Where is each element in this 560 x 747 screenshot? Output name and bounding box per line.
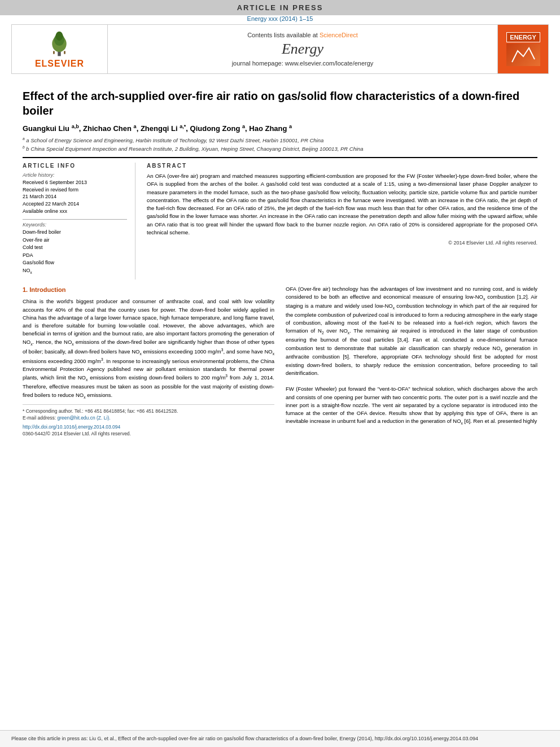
body-section: 1. Introduction China is the world's big… (23, 285, 537, 438)
revised-date: 21 March 2014 (23, 193, 127, 200)
accepted-date: Accepted 22 March 2014 (23, 200, 127, 208)
elsevier-label: ELSEVIER (35, 59, 84, 69)
article-info-label: ARTICLE INFO (23, 163, 127, 169)
intro-col2-text2: FW (Foster Wheeler) put forward the "ven… (286, 385, 537, 426)
body-col-left: 1. Introduction China is the world's big… (23, 285, 274, 438)
bottom-citation-bar: Please cite this article in press as: Li… (0, 730, 560, 747)
footnote-email: E-mail address: green@hit.edu.cn (Z. Li)… (23, 415, 274, 422)
banner-text: ARTICLE IN PRESS (237, 3, 323, 12)
divider-1 (23, 219, 127, 220)
page: ARTICLE IN PRESS Energy xxx (2014) 1–15 (0, 0, 560, 747)
kw-3: Cold test (23, 244, 127, 252)
affiliation-a: a a School of Energy Science and Enginee… (23, 136, 537, 144)
journal-ref: Energy xxx (2014) 1–15 (247, 15, 313, 22)
abstract-label: ABSTRACT (147, 163, 537, 169)
svg-rect-5 (64, 51, 66, 54)
contents-label: Contents lists available at (247, 32, 318, 38)
kw-4: PDA (23, 252, 127, 260)
two-col-body: 1. Introduction China is the world's big… (23, 285, 537, 438)
footnote-email-link[interactable]: green@hit.edu.cn (Z. Li). (57, 415, 110, 421)
received-date: Received 6 September 2013 (23, 179, 127, 186)
contents-line: Contents lists available at ScienceDirec… (247, 32, 358, 38)
journal-ref-line: Energy xxx (2014) 1–15 (0, 15, 560, 22)
affiliations: a a School of Energy Science and Enginee… (23, 136, 537, 152)
citation-text: Please cite this article in press as: Li… (11, 735, 549, 742)
body-col-right: OFA (Over-fire air) technology has the a… (286, 285, 537, 438)
kw-2: Over-fire air (23, 237, 127, 244)
energy-logo-icon (509, 45, 537, 65)
abstract-text: An OFA (over-fire air) program and match… (147, 172, 537, 237)
history-group: Article history: Received 6 September 20… (23, 172, 127, 215)
elsevier-logo-area: ELSEVIER (12, 25, 108, 73)
svg-point-3 (56, 32, 63, 41)
history-label: Article history: (23, 172, 127, 178)
journal-logo-right: ENERGY (497, 25, 548, 73)
footnote-doi: http://dx.doi.org/10.1016/j.energy.2014.… (23, 424, 274, 431)
journal-name: Energy (282, 41, 323, 58)
received-revised-label: Received in revised form (23, 186, 127, 194)
intro-col1-text: China is the world's biggest producer an… (23, 298, 274, 400)
journal-homepage: journal homepage: www.elsevier.com/locat… (232, 60, 374, 67)
affiliation-b: b b China Special Equipment Inspection a… (23, 145, 537, 152)
energy-logo-box: ENERGY (504, 30, 542, 68)
footnote-corresponding: * Corresponding author. Tel.: +86 451 86… (23, 408, 274, 415)
abstract-section: ABSTRACT An OFA (over-fire air) program … (147, 163, 537, 279)
available-online: Available online xxx (23, 208, 127, 215)
journal-header: ELSEVIER Contents lists available at Sci… (11, 24, 549, 74)
footnote-section: * Corresponding author. Tel.: +86 451 86… (23, 404, 274, 438)
footnote-issn: 0360-5442/© 2014 Elsevier Ltd. All right… (23, 431, 274, 438)
svg-rect-4 (54, 51, 55, 54)
intro-col2-text1: OFA (Over-fire air) technology has the a… (286, 285, 537, 377)
journal-center: Contents lists available at ScienceDirec… (108, 25, 497, 73)
doi-link[interactable]: http://dx.doi.org/10.1016/j.energy.2014.… (23, 424, 120, 430)
kw-1: Down-fired boiler (23, 229, 127, 237)
article-info-abstract: ARTICLE INFO Article history: Received 6… (23, 157, 537, 279)
article-title: Effect of the arch-supplied over-fire ai… (23, 89, 537, 118)
authors-line: Guangkui Liu a,b, Zhichao Chen a, Zhengq… (23, 124, 537, 133)
article-in-press-banner: ARTICLE IN PRESS (0, 0, 560, 15)
sciencedirect-link[interactable]: ScienceDirect (320, 32, 358, 38)
kw-5: Gas/solid flow (23, 259, 127, 267)
keywords-label: Keywords: (23, 222, 127, 228)
kw-6: NOx (23, 267, 127, 275)
article-info-section: ARTICLE INFO Article history: Received 6… (23, 163, 135, 279)
copyright-line: © 2014 Elsevier Ltd. All rights reserved… (147, 240, 537, 246)
elsevier-tree-icon (42, 29, 76, 58)
intro-heading: 1. Introduction (23, 285, 274, 295)
main-content: Effect of the arch-supplied over-fire ai… (0, 78, 560, 443)
keywords-group: Keywords: Down-fired boiler Over-fire ai… (23, 222, 127, 275)
